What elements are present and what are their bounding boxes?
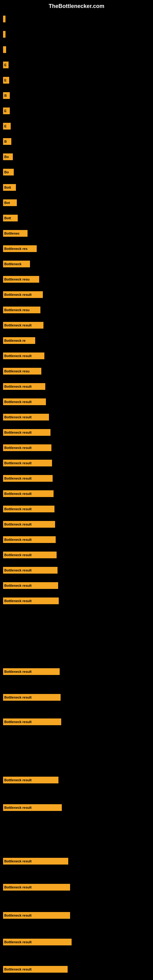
bar-item: Bo	[3, 153, 13, 160]
bar-item: Bottleneck result	[3, 939, 72, 945]
bar-item: Bottleneck resu	[3, 368, 41, 375]
bar-item: Bottleneck result	[3, 521, 55, 528]
bar-item: Bottleneck result	[3, 912, 70, 919]
bar-item: Bottleneck result	[3, 884, 70, 891]
bar-item: B	[3, 138, 11, 145]
bar-item: Bottleneck result	[3, 383, 45, 390]
bar-item: Bottleneck result	[3, 506, 54, 512]
bar-item: Bottleneck result	[3, 490, 54, 497]
bar-item	[3, 46, 6, 53]
bar-item	[3, 16, 5, 22]
bar-item: Bottleneck result	[3, 353, 45, 359]
bar-item: Bottleneck re	[3, 337, 35, 344]
bar-item: Bottleneck result	[3, 414, 49, 420]
bar-item: Bottlenec	[3, 230, 27, 237]
bar-item: Bottleneck result	[3, 598, 59, 604]
bar-item: Bottleneck res	[3, 245, 37, 252]
bar-item: Bottleneck	[3, 261, 30, 267]
bar-item: Bottleneck result	[3, 804, 62, 811]
bar-item: Bottleneck resu	[3, 276, 39, 283]
bar-item: Bo	[3, 169, 14, 175]
bar-item: E	[3, 123, 11, 130]
bar-item: Bottleneck result	[3, 567, 57, 574]
bar-item: Bottleneck result	[3, 444, 51, 451]
bar-item: Bottleneck result	[3, 668, 60, 675]
bar-item: Bottleneck result	[3, 582, 58, 589]
bar-item: Bott	[3, 215, 18, 221]
site-title: TheBottlenecker.com	[0, 0, 153, 11]
bar-item: Bottleneck result	[3, 536, 56, 543]
bar-item: E	[3, 62, 9, 68]
bar-item: Bottleneck result	[3, 398, 46, 405]
bar-item: Bottleneck result	[3, 552, 57, 558]
bar-item: Bottleneck result	[3, 719, 61, 725]
bar-item: Bott	[3, 184, 16, 191]
bar-item: Bottleneck result	[3, 776, 59, 783]
bar-item: Bottleneck result	[3, 858, 68, 865]
bar-item: Bottleneck result	[3, 966, 68, 973]
bar-item: Bottleneck result	[3, 322, 43, 329]
bar-item: Bot	[3, 199, 17, 206]
bar-item: E	[3, 108, 10, 114]
bar-item: Bottleneck result	[3, 291, 43, 298]
bar-item: Bottleneck resu	[3, 307, 40, 313]
bar-item: Bottleneck result	[3, 694, 61, 701]
bar-item: Bottleneck result	[3, 475, 53, 482]
bar-item: B	[3, 92, 10, 99]
bar-item	[3, 31, 5, 38]
bar-item: Bottleneck result	[3, 429, 51, 436]
bar-item: E	[3, 77, 9, 84]
bar-item: Bottleneck result	[3, 460, 52, 466]
